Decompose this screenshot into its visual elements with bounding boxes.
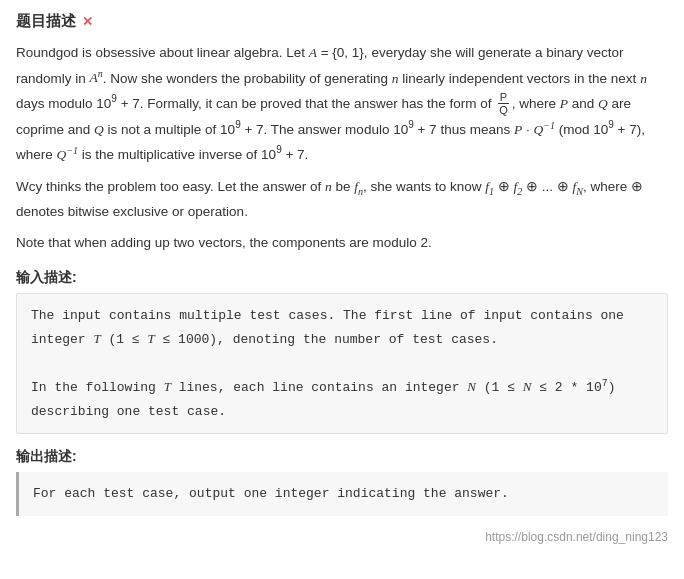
problem-paragraph2: Wcy thinks the problem too easy. Let the… — [16, 175, 668, 224]
input-line-2: integer T (1 ≤ T ≤ 1000), denoting the n… — [31, 327, 653, 351]
input-line-1: The input contains multiple test cases. … — [31, 304, 653, 327]
title-text: 题目描述 — [16, 12, 76, 31]
output-label: 输出描述: — [16, 448, 668, 466]
input-line-3: In the following T lines, each line cont… — [31, 375, 653, 400]
close-icon[interactable]: ✕ — [82, 14, 93, 29]
problem-paragraph3: Note that when adding up two vectors, th… — [16, 231, 668, 255]
watermark: https://blog.csdn.net/ding_ning123 — [16, 530, 668, 544]
output-line-1: For each test case, output one integer i… — [33, 482, 654, 505]
problem-paragraph1: Roundgod is obsessive about linear algeb… — [16, 41, 668, 167]
input-description: The input contains multiple test cases. … — [16, 293, 668, 434]
page-title: 题目描述 ✕ — [16, 12, 668, 31]
problem-body: Roundgod is obsessive about linear algeb… — [16, 41, 668, 255]
input-label: 输入描述: — [16, 269, 668, 287]
output-description: For each test case, output one integer i… — [16, 472, 668, 515]
input-line-4: describing one test case. — [31, 400, 653, 423]
